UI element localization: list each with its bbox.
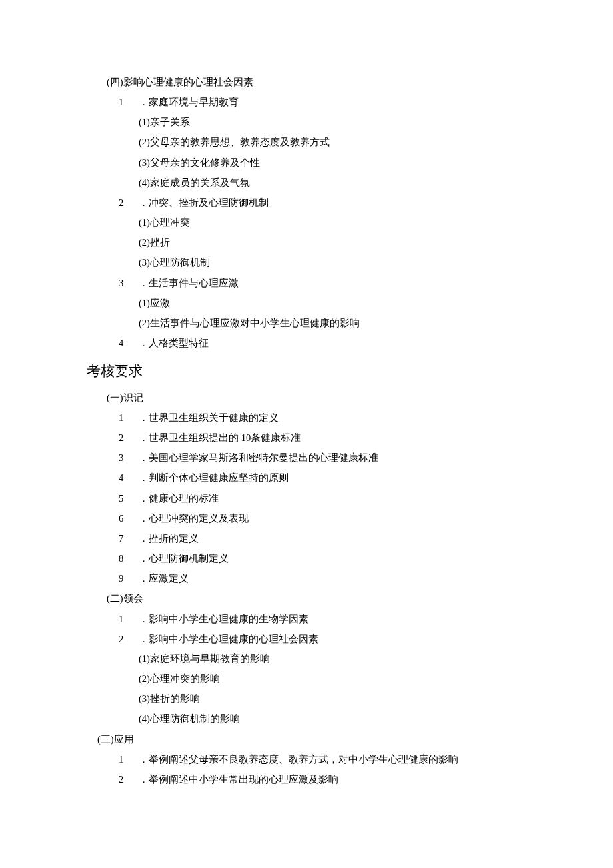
item-2-sub-1: (1)心理冲突: [87, 213, 526, 232]
g1-item-2-label: ．世界卫生组织提出的 10条健康标准: [139, 432, 301, 443]
g1-item-5-label: ．健康心理的标准: [139, 493, 219, 504]
g2-item-2-sub-4: (4)心理防御机制的影响: [87, 709, 526, 729]
g1-item-9: 9．应激定义: [87, 568, 526, 588]
g3-item-1-num: 1: [119, 749, 131, 769]
g3-item-2: 2．举例阐述中小学生常出现的心理应激及影响: [87, 769, 526, 789]
item-2-num: 2: [119, 193, 131, 213]
item-2-sub-2: (2)挫折: [87, 232, 526, 252]
g3-item-2-num: 2: [119, 769, 131, 789]
g2-item-2-sub-1: (1)家庭环境与早期教育的影响: [87, 649, 526, 669]
g2-item-1-num: 1: [119, 609, 131, 629]
item-4-label: ．人格类型特征: [139, 338, 209, 348]
g1-item-4-label: ．判断个体心理健康应坚持的原则: [139, 472, 289, 483]
g1-item-2: 2．世界卫生组织提出的 10条健康标准: [87, 428, 526, 448]
g2-item-2-sub-3: (3)挫折的影响: [87, 689, 526, 709]
g1-item-5: 5．健康心理的标准: [87, 488, 526, 508]
item-3-label: ．生活事件与心理应激: [139, 278, 239, 288]
g1-item-1-label: ．世界卫生组织关于健康的定义: [139, 412, 279, 423]
g2-item-1: 1．影响中小学生心理健康的生物学因素: [87, 609, 526, 629]
item-2: 2．冲突、挫折及心理防御机制: [87, 193, 526, 213]
g2-item-2-num: 2: [119, 629, 131, 649]
g1-item-7: 7．挫折的定义: [87, 528, 526, 548]
item-3: 3．生活事件与心理应激: [87, 273, 526, 293]
item-1: 1．家庭环境与早期教育: [87, 92, 526, 112]
g3-item-1: 1．举例阐述父母亲不良教养态度、教养方式，对中小学生心理健康的影响: [87, 749, 526, 769]
g2-item-2: 2．影响中小学生心理健康的心理社会因素: [87, 629, 526, 649]
item-1-num: 1: [119, 92, 131, 112]
g1-item-1-num: 1: [119, 408, 131, 428]
g1-item-9-num: 9: [119, 568, 131, 588]
g1-item-6: 6．心理冲突的定义及表现: [87, 508, 526, 528]
item-3-sub-2: (2)生活事件与心理应激对中小学生心理健康的影响: [87, 313, 526, 333]
section-4-title: (四)影响心理健康的心理社会因素: [87, 72, 526, 92]
item-1-sub-3: (3)父母亲的文化修养及个性: [87, 153, 526, 173]
g2-item-2-sub-2: (2)心理冲突的影响: [87, 669, 526, 689]
g1-item-2-num: 2: [119, 428, 131, 448]
group-1-title: (一)识记: [87, 388, 526, 408]
exam-heading: 考核要求: [87, 357, 526, 386]
g1-item-3-num: 3: [119, 448, 131, 468]
g1-item-6-num: 6: [119, 508, 131, 528]
g1-item-3: 3．美国心理学家马斯洛和密特尔曼提出的心理健康标准: [87, 448, 526, 468]
item-3-num: 3: [119, 273, 131, 293]
g2-item-1-label: ．影响中小学生心理健康的生物学因素: [139, 614, 308, 624]
item-3-sub-1: (1)应激: [87, 293, 526, 313]
g1-item-8-label: ．心理防御机制定义: [139, 553, 229, 564]
g1-item-8: 8．心理防御机制定义: [87, 548, 526, 568]
g1-item-4: 4．判断个体心理健康应坚持的原则: [87, 468, 526, 488]
item-4-num: 4: [119, 333, 131, 353]
g1-item-7-label: ．挫折的定义: [139, 533, 199, 544]
g1-item-6-label: ．心理冲突的定义及表现: [139, 513, 249, 524]
item-2-label: ．冲突、挫折及心理防御机制: [139, 197, 269, 208]
item-1-sub-1: (1)亲子关系: [87, 112, 526, 132]
group-3-title: (三)应用: [87, 729, 526, 749]
g3-item-2-label: ．举例阐述中小学生常出现的心理应激及影响: [139, 774, 338, 785]
g1-item-5-num: 5: [119, 488, 131, 508]
g3-item-1-label: ．举例阐述父母亲不良教养态度、教养方式，对中小学生心理健康的影响: [139, 754, 458, 765]
g1-item-4-num: 4: [119, 468, 131, 488]
item-2-sub-3: (3)心理防御机制: [87, 252, 526, 272]
item-1-sub-4: (4)家庭成员的关系及气氛: [87, 173, 526, 193]
g2-item-2-label: ．影响中小学生心理健康的心理社会因素: [139, 634, 318, 644]
g1-item-1: 1．世界卫生组织关于健康的定义: [87, 408, 526, 428]
g1-item-8-num: 8: [119, 548, 131, 568]
group-2-title: (二)领会: [87, 588, 526, 608]
g1-item-9-label: ．应激定义: [139, 573, 189, 584]
item-1-label: ．家庭环境与早期教育: [139, 97, 239, 107]
item-4: 4．人格类型特征: [87, 333, 526, 353]
g1-item-3-label: ．美国心理学家马斯洛和密特尔曼提出的心理健康标准: [139, 452, 378, 463]
g1-item-7-num: 7: [119, 528, 131, 548]
item-1-sub-2: (2)父母亲的教养思想、教养态度及教养方式: [87, 132, 526, 152]
